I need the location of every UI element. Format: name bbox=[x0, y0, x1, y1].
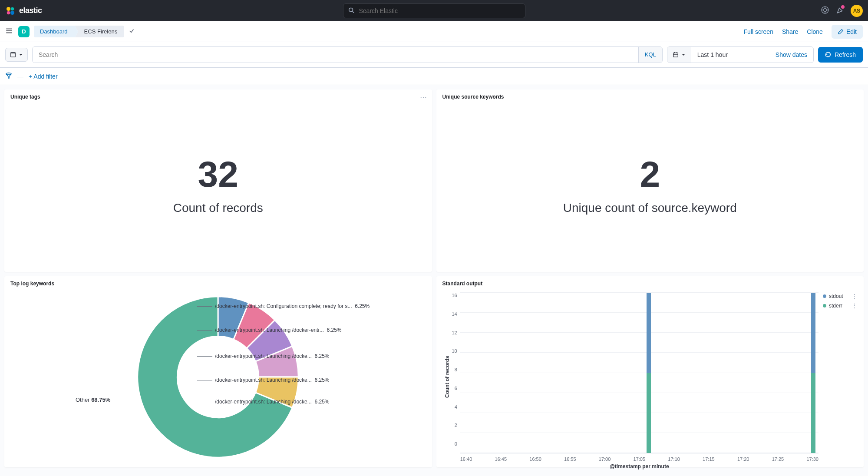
svg-point-1 bbox=[11, 7, 14, 10]
search-icon bbox=[348, 7, 354, 14]
x-axis-title: @timestamp per minute bbox=[460, 463, 818, 469]
global-search bbox=[343, 3, 525, 18]
query-input[interactable] bbox=[33, 47, 638, 63]
donut-other-label: Other 68.75% bbox=[76, 397, 110, 403]
svg-rect-16 bbox=[12, 53, 14, 54]
logo[interactable]: elastic bbox=[5, 6, 42, 16]
svg-point-4 bbox=[349, 8, 353, 12]
panel-top-log-keywords: Top log keywords /docker-entrypoint.sh: … bbox=[4, 276, 432, 467]
bar-segment[interactable] bbox=[647, 293, 651, 373]
panel-options-button[interactable]: ⋯ bbox=[420, 93, 428, 101]
help-icon[interactable] bbox=[821, 6, 829, 15]
logo-text: elastic bbox=[19, 6, 42, 15]
donut-slice-label: /docker-entrypoint.sh: Launching /docke.… bbox=[197, 353, 330, 359]
breadcrumb-bar: D Dashboard ECS Firelens Full screen Sha… bbox=[0, 21, 868, 42]
global-search-input[interactable] bbox=[343, 3, 525, 18]
legend-item[interactable]: stdout⋮ bbox=[823, 293, 858, 300]
donut-slice-label: /docker-entrypoint.sh: Launching /docker… bbox=[197, 327, 342, 333]
legend-options-icon[interactable]: ⋮ bbox=[851, 302, 858, 309]
time-picker-button[interactable] bbox=[667, 47, 691, 63]
menu-icon[interactable] bbox=[5, 27, 13, 36]
panel-title: Standard output bbox=[442, 281, 858, 287]
svg-rect-15 bbox=[11, 53, 16, 57]
svg-marker-22 bbox=[682, 54, 685, 56]
breadcrumb-current[interactable]: ECS Firelens bbox=[75, 26, 125, 37]
metric-value: 2 bbox=[640, 156, 660, 192]
legend-dot-icon bbox=[823, 294, 826, 298]
elastic-logo-icon bbox=[5, 6, 16, 16]
donut-slice-label: /docker-entrypoint.sh: Launching /docke.… bbox=[197, 377, 330, 383]
show-dates-button[interactable]: Show dates bbox=[769, 47, 813, 63]
svg-line-5 bbox=[352, 11, 354, 13]
breadcrumb: Dashboard ECS Firelens bbox=[34, 26, 124, 37]
bar-segment[interactable] bbox=[811, 293, 815, 373]
panel-title: Top log keywords bbox=[10, 281, 426, 287]
panel-unique-tags: Unique tags ⋯ 32 Count of records bbox=[4, 89, 432, 272]
share-button[interactable]: Share bbox=[782, 28, 798, 35]
metric-label: Count of records bbox=[173, 201, 263, 215]
metric-value: 32 bbox=[198, 156, 238, 192]
svg-point-3 bbox=[10, 11, 14, 15]
svg-point-2 bbox=[7, 11, 10, 14]
filter-bar: — + Add filter bbox=[0, 68, 868, 85]
filter-options-icon[interactable] bbox=[5, 72, 12, 80]
svg-point-0 bbox=[7, 7, 10, 11]
chart-legend: stdout⋮stderr⋮ bbox=[818, 290, 858, 464]
time-range-value[interactable]: Last 1 hour bbox=[691, 47, 769, 63]
time-picker: Last 1 hour Show dates bbox=[667, 46, 814, 63]
breadcrumb-dashboard[interactable]: Dashboard bbox=[34, 26, 75, 37]
donut-chart: /docker-entrypoint.sh: Configuration com… bbox=[10, 290, 426, 464]
legend-options-icon[interactable]: ⋮ bbox=[851, 293, 858, 300]
chevron-down-icon bbox=[681, 53, 686, 57]
donut-slice-label: /docker-entrypoint.sh: Configuration com… bbox=[197, 303, 370, 309]
filter-separator: — bbox=[17, 73, 23, 80]
dashboard-grid: Unique tags ⋯ 32 Count of records Unique… bbox=[0, 85, 868, 472]
refresh-icon bbox=[825, 52, 831, 58]
query-bar: KQL Last 1 hour Show dates Refresh bbox=[0, 42, 868, 68]
edit-button[interactable]: Edit bbox=[832, 25, 863, 39]
pencil-icon bbox=[838, 29, 844, 35]
notification-dot bbox=[841, 5, 845, 9]
panel-unique-source: Unique source keywords 2 Unique count of… bbox=[436, 89, 864, 272]
legend-item[interactable]: stderr⋮ bbox=[823, 302, 858, 309]
disk-icon bbox=[10, 52, 16, 58]
bar-segment[interactable] bbox=[811, 373, 815, 453]
svg-point-7 bbox=[824, 9, 827, 12]
y-axis-title: Count of records bbox=[442, 290, 452, 464]
legend-dot-icon bbox=[823, 304, 826, 307]
bar-chart: Count of records 1614121086420 16:4016:4… bbox=[442, 290, 858, 464]
svg-rect-18 bbox=[673, 53, 678, 57]
panel-title: Unique source keywords bbox=[442, 94, 858, 100]
bar-segment[interactable] bbox=[647, 373, 651, 453]
donut-slice-label: /docker-entrypoint.sh: Launching /docke.… bbox=[197, 399, 330, 405]
chart-plot: 16:4016:4516:5016:5517:0017:0517:1017:15… bbox=[460, 293, 818, 453]
calendar-icon bbox=[673, 52, 679, 58]
svg-marker-17 bbox=[20, 54, 22, 56]
chevron-down-icon bbox=[19, 53, 23, 57]
clone-button[interactable]: Clone bbox=[807, 28, 823, 35]
query-language-button[interactable]: KQL bbox=[638, 47, 662, 63]
panel-standard-output: Standard output Count of records 1614121… bbox=[436, 276, 864, 467]
y-axis: 1614121086420 bbox=[452, 290, 460, 464]
global-header: elastic AS bbox=[0, 0, 868, 21]
avatar[interactable]: AS bbox=[851, 5, 863, 17]
saved-query-button[interactable] bbox=[5, 48, 28, 62]
x-axis: 16:4016:4516:5016:5517:0017:0517:1017:15… bbox=[460, 456, 818, 462]
newsfeed-icon[interactable] bbox=[836, 6, 844, 15]
panel-title: Unique tags bbox=[10, 94, 426, 100]
app-badge[interactable]: D bbox=[18, 26, 30, 37]
refresh-button[interactable]: Refresh bbox=[818, 47, 863, 63]
check-icon bbox=[129, 28, 135, 35]
add-filter-button[interactable]: + Add filter bbox=[29, 73, 58, 80]
metric-label: Unique count of source.keyword bbox=[563, 201, 737, 215]
fullscreen-button[interactable]: Full screen bbox=[743, 28, 773, 35]
